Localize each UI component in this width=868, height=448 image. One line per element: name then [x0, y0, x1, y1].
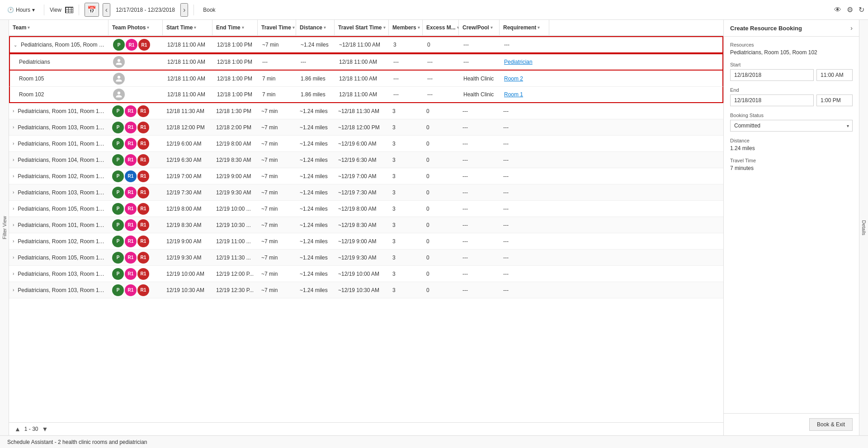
col-header-crew[interactable]: Crew/Pool ▾: [459, 20, 500, 35]
filter-view-label[interactable]: Filter View: [1, 212, 8, 243]
req-value: ---: [503, 141, 509, 147]
right-panel-expand-icon[interactable]: ›: [850, 24, 853, 32]
settings-icon-button[interactable]: ⚙: [847, 5, 853, 14]
cell-excess: 0: [423, 269, 459, 279]
refresh-icon-button[interactable]: ↻: [859, 5, 864, 14]
table-row[interactable]: › Pediatricians, Room 103, Room 101 PR1R…: [9, 184, 723, 201]
cell-excess: 0: [423, 171, 459, 181]
view-grid-icon[interactable]: [65, 7, 73, 13]
start-label: Start: [730, 62, 853, 67]
table-row[interactable]: Room 105 12/18 11:00 AM 12/18 1:00 PM 7 …: [9, 71, 723, 87]
col-header-start[interactable]: Start Time ▾: [163, 20, 212, 35]
table-row[interactable]: Pediatricians 12/18 11:00 AM 12/18 1:00 …: [9, 53, 723, 71]
next-date-button[interactable]: ›: [180, 3, 188, 17]
table-row[interactable]: Room 102 12/18 11:00 AM 12/18 1:00 PM 7 …: [9, 87, 723, 103]
table-row[interactable]: › Pediatricians, Room 103, Room 105 PR1R…: [9, 119, 723, 136]
hours-button[interactable]: 🕐 Hours ▾: [4, 5, 38, 15]
cell-team: › Pediatricians, Room 103, Room 105: [9, 123, 108, 132]
grid-body[interactable]: ⌄ Pediatricians, Room 105, Room 102 PR1R…: [9, 36, 723, 422]
col-header-members[interactable]: Members ▾: [389, 20, 423, 35]
cell-start: 12/19 9:30 AM: [163, 253, 212, 263]
table-row[interactable]: › Pediatricians, Room 101, Room 102 PR1R…: [9, 217, 723, 233]
expand-toggle[interactable]: ›: [13, 222, 14, 227]
req-value: ---: [503, 255, 509, 261]
table-row[interactable]: › Pediatricians, Room 101, Room 105 PR1R…: [9, 136, 723, 152]
table-row[interactable]: › Pediatricians, Room 102, Room 101 PR1R…: [9, 168, 723, 184]
cell-travel: ~7 min: [258, 204, 296, 214]
cell-photos: PR1R1: [108, 201, 163, 217]
expand-toggle[interactable]: ›: [13, 108, 14, 113]
col-header-req[interactable]: Requirement ▾: [500, 20, 549, 35]
expand-toggle[interactable]: ›: [13, 255, 14, 260]
book-button[interactable]: Book: [199, 5, 219, 15]
cell-excess: 0: [423, 253, 459, 263]
cell-travel: ~7 min: [258, 123, 296, 132]
team-name: Pediatricians, Room 101, Room 105: [18, 141, 105, 147]
expand-toggle[interactable]: ›: [13, 174, 14, 179]
calendar-icon[interactable]: 📅: [85, 3, 99, 17]
avatar-circle: R1: [137, 219, 149, 231]
cell-distance: ~1.24 miles: [296, 188, 335, 198]
cell-distance: ~1.24 miles: [296, 106, 335, 116]
expand-toggle[interactable]: ›: [13, 239, 14, 244]
cell-end: 12/19 10:00 ...: [212, 204, 258, 214]
table-row[interactable]: ⌄ Pediatricians, Room 105, Room 102 PR1R…: [9, 36, 723, 53]
start-time-input[interactable]: [816, 69, 853, 81]
eye-icon-button[interactable]: 👁: [834, 6, 841, 14]
cell-photos: [109, 54, 164, 70]
req-link[interactable]: Room 2: [504, 75, 523, 82]
cell-end: 12/18 1:00 PM: [213, 74, 259, 84]
table-row[interactable]: › Pediatricians, Room 101, Room 104 PR1R…: [9, 103, 723, 119]
table-row[interactable]: › Pediatricians, Room 103, Room 102 PR1R…: [9, 282, 723, 298]
expand-toggle[interactable]: ›: [13, 157, 14, 162]
cell-team: › Pediatricians, Room 103, Room 102: [9, 285, 108, 295]
table-row[interactable]: › Pediatricians, Room 105, Room 101 PR1R…: [9, 201, 723, 217]
end-field: End: [730, 87, 853, 106]
end-date-input[interactable]: [730, 94, 814, 106]
status-text: Schedule Assistant - 2 health clinic roo…: [7, 439, 147, 445]
resources-value: Pediatricians, Room 105, Room 102: [730, 49, 853, 56]
expand-toggle[interactable]: ›: [13, 271, 14, 276]
avatar-circle: P: [112, 284, 124, 296]
col-header-distance[interactable]: Distance ▾: [296, 20, 335, 35]
cell-distance: ~1.24 miles: [296, 253, 335, 263]
col-header-team[interactable]: Team ▾: [9, 20, 108, 35]
expand-toggle[interactable]: ›: [13, 288, 14, 292]
prev-date-button[interactable]: ‹: [103, 3, 110, 17]
expand-toggle[interactable]: ⌄: [14, 42, 17, 47]
col-header-excess[interactable]: Excess M... ▾: [423, 20, 459, 35]
req-link[interactable]: Room 1: [504, 91, 523, 98]
start-date-input[interactable]: [730, 69, 814, 81]
cell-req: ---: [500, 40, 550, 50]
cell-team: › Pediatricians, Room 103, Room 101: [9, 188, 108, 198]
separator-1: [44, 5, 44, 15]
book-exit-button[interactable]: Book & Exit: [809, 418, 853, 431]
cell-end: 12/18 1:00 PM: [213, 57, 259, 67]
end-time-input[interactable]: [816, 94, 853, 106]
team-name: Pediatricians, Room 103, Room 102: [18, 287, 105, 293]
pagination-prev[interactable]: ▲: [14, 425, 21, 433]
table-row[interactable]: › Pediatricians, Room 105, Room 103 PR1R…: [9, 250, 723, 266]
expand-toggle[interactable]: ›: [13, 206, 14, 211]
req-link[interactable]: Pediatrician: [504, 59, 533, 65]
table-row[interactable]: › Pediatricians, Room 104, Room 101 PR1R…: [9, 152, 723, 168]
col-header-end[interactable]: End Time ▾: [212, 20, 258, 35]
pagination-next[interactable]: ▼: [42, 425, 48, 433]
table-row[interactable]: › Pediatricians, Room 103, Room 105 PR1R…: [9, 266, 723, 282]
cell-end: 12/19 11:00 ...: [212, 236, 258, 246]
cell-travel: ~7 min: [258, 269, 296, 279]
details-label[interactable]: Details: [860, 217, 868, 239]
col-distance-sort: ▾: [324, 25, 326, 30]
avatar-circle: R1: [137, 284, 149, 296]
expand-toggle[interactable]: ›: [13, 141, 14, 146]
col-header-travel[interactable]: Travel Time ▾: [258, 20, 296, 35]
details-panel: Details: [859, 20, 868, 435]
expand-toggle[interactable]: ›: [13, 125, 14, 130]
table-row[interactable]: › Pediatricians, Room 102, Room 105 PR1R…: [9, 233, 723, 250]
col-header-photos[interactable]: Team Photos ▾: [108, 20, 163, 35]
expand-toggle[interactable]: ›: [13, 190, 14, 195]
booking-status-select[interactable]: Committed Tentative Canceled: [730, 120, 853, 132]
cell-end: 12/19 11:30 ...: [212, 253, 258, 263]
cell-team: Room 105: [10, 74, 109, 84]
col-header-travel-start[interactable]: Travel Start Time ▾: [335, 20, 389, 35]
